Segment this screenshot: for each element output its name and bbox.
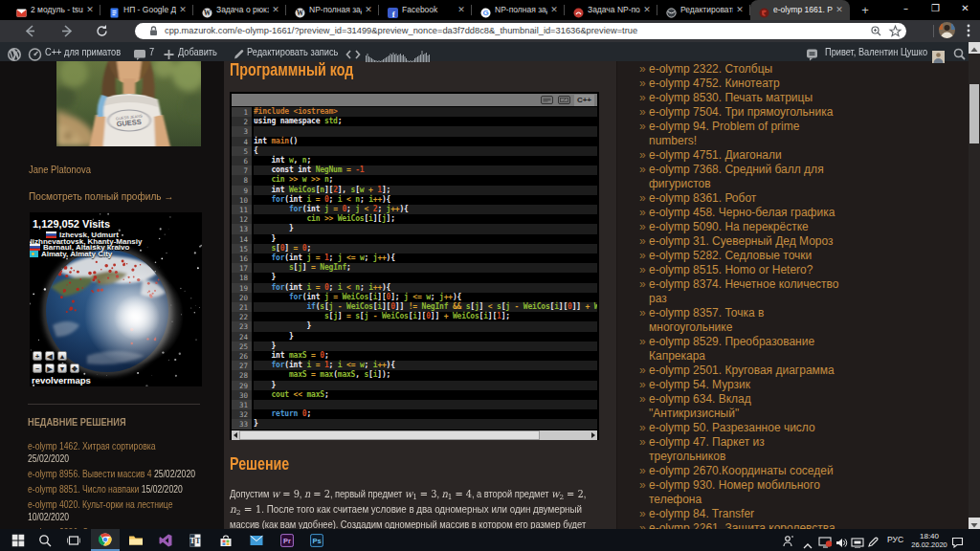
taskbar-search-icon[interactable]: [31, 529, 59, 551]
action-center-icon[interactable]: [951, 535, 964, 551]
map-control-button[interactable]: ▲: [57, 351, 67, 361]
browser-tab[interactable]: fFacebook✕: [379, 0, 472, 20]
browser-scrollbar-thumb[interactable]: [969, 84, 979, 143]
eolymp-link-wrap[interactable]: Капрекара: [639, 349, 859, 364]
profile-full-link[interactable]: Посмотреть полный профиль →: [29, 190, 174, 202]
code-horizontal-scrollbar[interactable]: [232, 430, 597, 440]
revolvermaps-widget[interactable]: 1,129,052 Visits Izhevsk, UdmurtNizhneva…: [30, 212, 202, 386]
tab-close-icon[interactable]: ✕: [363, 4, 374, 16]
task-view-icon[interactable]: [59, 529, 88, 551]
profile-name[interactable]: Jane Platonova: [29, 164, 91, 175]
taskbar-chrome-icon[interactable]: [91, 529, 120, 551]
display-notification-icon[interactable]: [818, 535, 833, 551]
map-control-button[interactable]: +: [33, 351, 42, 361]
comments-count[interactable]: 7: [149, 42, 154, 61]
scroll-right-arrow[interactable]: [591, 432, 595, 438]
scroll-down-arrow[interactable]: [969, 518, 980, 529]
start-button[interactable]: [4, 529, 33, 551]
eolymp-link[interactable]: » e-olymp 84. Transfer: [639, 507, 859, 521]
browser-menu-icon[interactable]: [960, 23, 978, 41]
site-name-link[interactable]: C++ для приматов: [45, 42, 121, 61]
eolymp-link-wrap[interactable]: телефона: [639, 493, 859, 507]
scroll-left-arrow[interactable]: [234, 432, 237, 438]
window-minimize-button[interactable]: –: [891, 0, 921, 18]
tab-close-icon[interactable]: ✕: [834, 4, 845, 16]
scrollbar-thumb[interactable]: [239, 430, 540, 440]
hidden-icons-chevron[interactable]: [803, 537, 813, 551]
admin-search-icon[interactable]: [952, 44, 967, 63]
eolymp-link[interactable]: » e-olymp 8515. Homo or Hetero?: [639, 263, 859, 277]
premiere-pro-icon[interactable]: Pr: [273, 529, 301, 551]
url-text[interactable]: cpp.mazurok.com/e-olymp-1661/?preview_id…: [165, 25, 835, 37]
eolymp-link[interactable]: » e-olymp 8361. Робот: [639, 191, 859, 206]
address-bar[interactable]: cpp.mazurok.com/e-olymp-1661/?preview_id…: [135, 23, 906, 39]
language-indicator[interactable]: РУС: [887, 529, 903, 551]
edit-pencil-icon[interactable]: [232, 44, 245, 63]
visual-studio-icon[interactable]: [151, 529, 180, 551]
tab-close-icon[interactable]: ✕: [177, 4, 189, 16]
browser-scrollbar[interactable]: [969, 42, 980, 529]
eolymp-link[interactable]: » e-olymp 634. Вклад: [639, 392, 859, 407]
wordpress-logo-icon[interactable]: [7, 44, 22, 63]
file-explorer-icon[interactable]: [122, 529, 150, 551]
new-tab-button[interactable]: +: [855, 3, 876, 18]
eolymp-link-wrap[interactable]: раз: [639, 292, 859, 306]
eolymp-link[interactable]: » e-olymp 2261. Защита королевства: [639, 521, 859, 529]
eolymp-link[interactable]: » e-olymp 7368. Средний балл для: [639, 163, 859, 177]
eolymp-link[interactable]: » e-olymp 54. Мурзик: [639, 378, 859, 392]
tab-close-icon[interactable]: ✕: [548, 4, 560, 16]
pen-icon[interactable]: [867, 535, 879, 551]
eolymp-link[interactable]: » e-olymp 8374. Нечетное количество: [639, 277, 859, 292]
recent-item[interactable]: e-olymp 1462. Хитрая сортировка25/02/202…: [28, 440, 210, 464]
tab-close-icon[interactable]: ✕: [641, 4, 653, 16]
admin-avatar[interactable]: [932, 46, 945, 65]
eolymp-link[interactable]: » e-olymp 47. Паркет из: [639, 435, 859, 450]
photoshop-icon[interactable]: Ps: [302, 529, 331, 551]
eolymp-link[interactable]: » e-olymp 5282. Седловые точки: [639, 249, 859, 263]
add-new-icon[interactable]: [163, 44, 175, 63]
eolymp-link-wrap[interactable]: numbers!: [639, 134, 859, 148]
map-control-button[interactable]: −: [33, 364, 42, 373]
back-icon[interactable]: [21, 22, 39, 40]
eolymp-link[interactable]: » e-olymp 50. Разрезанное число: [639, 421, 859, 435]
code-area[interactable]: #include <iostream>using namespace std;i…: [254, 107, 597, 430]
browser-tab[interactable]: WNP-полная зада✕: [286, 0, 379, 20]
network-icon[interactable]: [851, 535, 864, 551]
profile-photo[interactable]: GUESS JEANS GUESS: [56, 61, 201, 146]
browser-profile-avatar[interactable]: [939, 22, 955, 38]
browser-tab[interactable]: GNP-полная зада✕: [472, 0, 565, 20]
eolymp-link[interactable]: » e-olymp 5090. На перекрёстке: [639, 220, 859, 234]
tab-close-icon[interactable]: ✕: [734, 4, 746, 16]
code-brackets-icon[interactable]: [345, 44, 362, 63]
revolvermaps-brand[interactable]: revolvermaps: [32, 375, 91, 386]
site-gauge-icon[interactable]: [28, 44, 42, 63]
eolymp-link[interactable]: » e-olymp 2501. Круговая диаграмма: [639, 364, 859, 378]
document-app-icon[interactable]: TT: [181, 529, 210, 551]
browser-tab[interactable]: НП - Google До✕: [100, 0, 193, 20]
eolymp-link-wrap[interactable]: "Антикризисный": [639, 407, 859, 421]
edit-post-link[interactable]: Редактировать запись: [247, 42, 338, 61]
stats-sparkline[interactable]: [366, 46, 431, 65]
eolymp-link[interactable]: » e-olymp 31. Суеверный Дед Мороз: [639, 234, 859, 249]
volume-icon[interactable]: [835, 535, 848, 551]
tab-close-icon[interactable]: ✕: [270, 4, 281, 16]
mail-icon[interactable]: [242, 529, 271, 551]
map-control-button[interactable]: ▶: [45, 364, 55, 373]
tab-close-icon[interactable]: ✕: [456, 4, 467, 16]
eolymp-link[interactable]: » e-olymp 7504. Три прямоугольника: [639, 105, 859, 120]
people-icon[interactable]: [781, 534, 795, 551]
tab-close-icon[interactable]: ✕: [84, 4, 96, 16]
eolymp-link[interactable]: » e-olymp 8357. Точка в: [639, 306, 859, 320]
lock-icon[interactable]: [146, 24, 161, 38]
eolymp-link[interactable]: » e-olymp 458. Черно-белая графика: [639, 206, 859, 220]
window-close-button[interactable]: ✕: [950, 0, 980, 18]
eolymp-link[interactable]: » e-olymp 4752. Кинотеатр: [639, 77, 859, 91]
microsoft-store-icon[interactable]: [212, 529, 240, 551]
admin-greeting[interactable]: Привет, Валентин Цушко: [825, 42, 927, 61]
bookmark-star-icon[interactable]: [888, 24, 902, 38]
browser-tab[interactable]: Задача NP-пол✕: [565, 0, 657, 20]
eolymp-link[interactable]: » e-olymp 8529. Преобразование: [639, 335, 859, 349]
forward-icon[interactable]: [57, 22, 76, 40]
open-code-new-window-icon[interactable]: [558, 96, 570, 104]
eolymp-link-wrap[interactable]: многоугольнике: [639, 320, 859, 335]
